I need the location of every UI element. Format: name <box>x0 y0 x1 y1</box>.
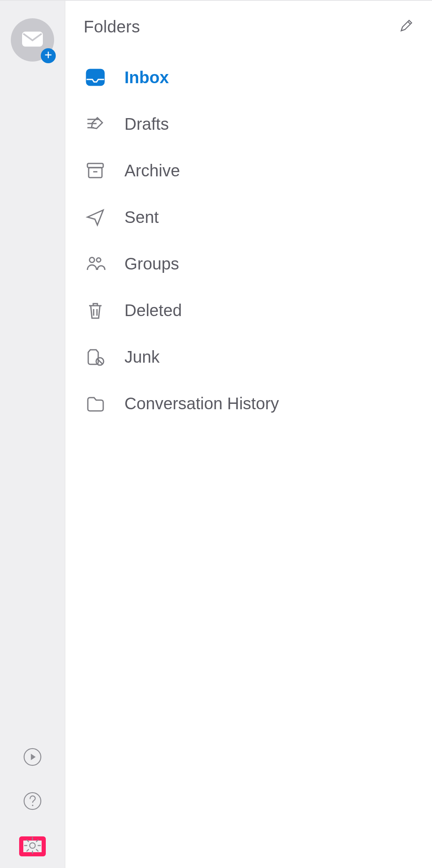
folder-item-junk[interactable]: Junk <box>65 334 432 380</box>
folder-label: Archive <box>124 161 180 180</box>
folder-label: Drafts <box>124 115 169 134</box>
help-button[interactable] <box>23 792 42 811</box>
question-circle-icon <box>23 791 42 812</box>
svg-rect-7 <box>89 168 102 178</box>
svg-point-9 <box>97 258 101 262</box>
app-root: Folders Inbox Drafts <box>0 0 432 868</box>
panel-header: Folders <box>65 12 432 42</box>
folder-item-sent[interactable]: Sent <box>65 194 432 240</box>
svg-point-8 <box>89 257 94 262</box>
folder-label: Sent <box>124 208 159 227</box>
svg-point-2 <box>24 793 41 809</box>
plus-icon <box>44 51 52 61</box>
folder-label: Inbox <box>124 68 169 87</box>
send-icon <box>84 205 107 229</box>
archive-icon <box>84 159 107 182</box>
rail-bottom-group <box>0 748 65 856</box>
folder-item-drafts[interactable]: Drafts <box>65 101 432 147</box>
svg-point-4 <box>30 843 35 848</box>
svg-rect-0 <box>22 32 43 47</box>
svg-rect-5 <box>87 69 104 85</box>
groups-icon <box>84 252 107 275</box>
folder-item-conversation-history[interactable]: Conversation History <box>65 380 432 427</box>
trash-icon <box>84 299 107 322</box>
folder-icon <box>84 392 107 415</box>
add-account-badge[interactable] <box>41 48 56 63</box>
tour-button[interactable] <box>23 748 42 767</box>
folder-item-deleted[interactable]: Deleted <box>65 287 432 334</box>
folder-label: Groups <box>124 255 179 273</box>
draft-icon <box>84 112 107 136</box>
panel-title: Folders <box>84 17 140 36</box>
compose-avatar[interactable] <box>11 18 54 62</box>
folder-label: Deleted <box>124 301 182 320</box>
folder-item-archive[interactable]: Archive <box>65 147 432 194</box>
inbox-icon <box>84 66 107 89</box>
edit-folders-button[interactable] <box>397 17 415 36</box>
pencil-icon <box>399 18 414 35</box>
play-circle-icon <box>23 747 42 768</box>
svg-point-3 <box>32 805 33 806</box>
gear-icon <box>23 836 42 857</box>
nav-rail <box>0 1 65 868</box>
folder-label: Junk <box>124 348 160 366</box>
folder-list: Inbox Drafts Archive Sent <box>65 42 432 427</box>
folder-item-inbox[interactable]: Inbox <box>65 54 432 101</box>
mail-icon <box>22 31 43 49</box>
junk-icon <box>84 345 107 368</box>
folders-panel: Folders Inbox Drafts <box>65 1 432 868</box>
folder-label: Conversation History <box>124 394 279 413</box>
folder-item-groups[interactable]: Groups <box>65 240 432 287</box>
settings-button[interactable] <box>19 836 46 856</box>
